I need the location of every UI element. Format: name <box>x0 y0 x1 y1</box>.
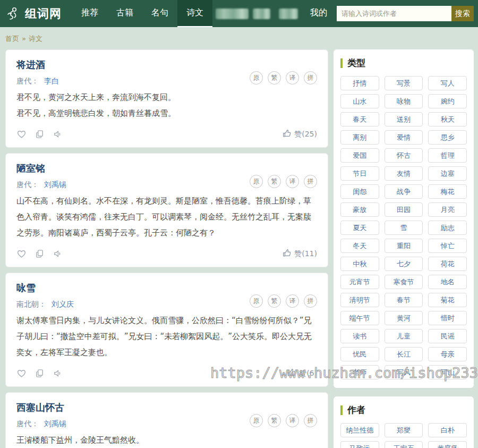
type-tag[interactable]: 老师 <box>340 365 379 379</box>
like-button[interactable]: 赞(6) <box>287 368 317 379</box>
search-input[interactable] <box>337 6 451 21</box>
tool-button[interactable]: 译 <box>286 175 299 188</box>
type-tag[interactable]: 荷花 <box>428 257 467 271</box>
poem-title[interactable]: 咏雪 <box>16 282 317 294</box>
tool-button[interactable]: 原 <box>250 414 263 427</box>
poem-title[interactable]: 西塞山怀古 <box>16 401 317 414</box>
type-tag[interactable]: 写风 <box>385 365 423 379</box>
type-tag[interactable]: 送别 <box>385 112 423 126</box>
like-button[interactable]: 赞(11) <box>282 248 317 259</box>
censored-nav-item[interactable] <box>216 9 249 19</box>
type-tag[interactable]: 黄河 <box>385 311 423 325</box>
poem-author-link[interactable]: 李白 <box>44 77 59 85</box>
poem-title[interactable]: 陋室铭 <box>16 162 317 175</box>
type-tag[interactable]: 雪 <box>385 221 423 235</box>
type-tag[interactable]: 山水 <box>340 94 379 108</box>
type-tag[interactable]: 闺怨 <box>340 184 379 199</box>
type-tag[interactable]: 离别 <box>340 130 379 145</box>
tool-button[interactable]: 译 <box>286 71 299 84</box>
type-tag[interactable]: 重阳 <box>385 239 423 253</box>
tool-button[interactable]: 拼 <box>304 175 317 188</box>
type-tag[interactable]: 边塞 <box>428 166 467 181</box>
type-tag[interactable]: 民谣 <box>428 329 467 343</box>
type-tag[interactable]: 忧民 <box>340 347 379 361</box>
type-tag[interactable]: 长江 <box>385 347 423 361</box>
type-tag[interactable]: 秋天 <box>428 112 467 126</box>
type-tag[interactable]: 豪放 <box>340 202 379 217</box>
censored-nav-item[interactable] <box>253 9 270 19</box>
site-logo[interactable]: 组词网 <box>5 0 72 27</box>
type-tag[interactable]: 梅花 <box>428 184 467 199</box>
type-tag[interactable]: 写景 <box>385 76 423 90</box>
type-tag[interactable]: 元宵节 <box>340 275 379 289</box>
speaker-icon[interactable] <box>53 129 63 139</box>
type-tag[interactable]: 月亮 <box>428 202 467 217</box>
nav-item-famous-quotes[interactable]: 名句 <box>142 0 177 27</box>
type-tag[interactable]: 咏物 <box>385 94 423 108</box>
type-tag[interactable]: 励志 <box>428 221 467 235</box>
tool-button[interactable]: 原 <box>250 71 263 84</box>
nav-item-recommend[interactable]: 推荐 <box>72 0 107 27</box>
type-tag[interactable]: 夏天 <box>340 221 379 235</box>
tool-button[interactable]: 繁 <box>268 71 281 84</box>
type-tag[interactable]: 爱情 <box>385 130 423 145</box>
type-tag[interactable]: 春节 <box>385 293 423 307</box>
type-tag[interactable]: 思乡 <box>428 130 467 145</box>
speaker-icon[interactable] <box>53 368 63 378</box>
poem-author-link[interactable]: 刘禹锡 <box>44 180 66 189</box>
type-tag[interactable]: 友情 <box>385 166 423 181</box>
copy-icon[interactable] <box>35 249 45 259</box>
nav-item-mine[interactable]: 我的 <box>301 0 336 27</box>
breadcrumb-home-link[interactable]: 首页 <box>5 35 19 43</box>
tool-button[interactable]: 繁 <box>268 414 281 427</box>
favorite-heart-icon[interactable] <box>16 249 27 259</box>
type-tag[interactable]: 写人 <box>428 76 467 90</box>
type-tag[interactable]: 节日 <box>340 166 379 181</box>
type-tag[interactable]: 怀古 <box>385 148 423 163</box>
type-tag[interactable]: 中秋 <box>340 257 379 271</box>
nav-item-ancient-books[interactable]: 古籍 <box>107 0 142 27</box>
type-tag[interactable]: 母亲 <box>428 347 467 361</box>
tool-button[interactable]: 拼 <box>304 71 317 84</box>
type-tag[interactable]: 写山 <box>428 365 467 379</box>
tool-button[interactable]: 繁 <box>268 175 281 188</box>
favorite-heart-icon[interactable] <box>16 129 27 139</box>
type-tag[interactable]: 七夕 <box>385 257 423 271</box>
favorite-heart-icon[interactable] <box>16 368 27 378</box>
tool-button[interactable]: 译 <box>286 414 299 427</box>
type-tag[interactable]: 哲理 <box>428 148 467 163</box>
tool-button[interactable]: 拼 <box>304 294 317 308</box>
type-tag[interactable]: 寒食节 <box>385 275 423 289</box>
author-tag[interactable]: 王安石 <box>385 441 423 448</box>
like-button[interactable]: 赞(25) <box>282 129 317 140</box>
type-tag[interactable]: 战争 <box>385 184 423 199</box>
type-tag[interactable]: 地名 <box>428 275 467 289</box>
type-tag[interactable]: 婉约 <box>428 94 467 108</box>
type-tag[interactable]: 惜时 <box>428 311 467 325</box>
author-tag[interactable]: 白朴 <box>428 423 467 437</box>
type-tag[interactable]: 悼亡 <box>428 239 467 253</box>
poem-author-link[interactable]: 刘义庆 <box>52 300 74 308</box>
type-tag[interactable]: 春天 <box>340 112 379 126</box>
tool-button[interactable]: 原 <box>250 175 263 188</box>
tool-button[interactable]: 繁 <box>268 294 281 308</box>
type-tag[interactable]: 抒情 <box>340 76 379 90</box>
tool-button[interactable]: 拼 <box>304 414 317 427</box>
type-tag[interactable]: 读书 <box>340 329 379 343</box>
nav-item-poetry-active[interactable]: 诗文 <box>177 0 212 27</box>
author-tag[interactable]: 黄庭坚 <box>428 441 467 448</box>
author-tag[interactable]: 纳兰性德 <box>340 423 379 437</box>
speaker-icon[interactable] <box>53 249 63 259</box>
poem-author-link[interactable]: 刘禹锡 <box>44 419 66 428</box>
type-tag[interactable]: 清明节 <box>340 293 379 307</box>
type-tag[interactable]: 端午节 <box>340 311 379 325</box>
tool-button[interactable]: 原 <box>250 294 263 308</box>
copy-icon[interactable] <box>35 129 45 139</box>
author-tag[interactable]: 郑燮 <box>385 423 423 437</box>
type-tag[interactable]: 菊花 <box>428 293 467 307</box>
search-button[interactable]: 搜索 <box>451 6 474 21</box>
type-tag[interactable]: 冬天 <box>340 239 379 253</box>
censored-nav-item[interactable] <box>279 9 298 19</box>
type-tag[interactable]: 田园 <box>385 202 423 217</box>
type-tag[interactable]: 爱国 <box>340 148 379 163</box>
